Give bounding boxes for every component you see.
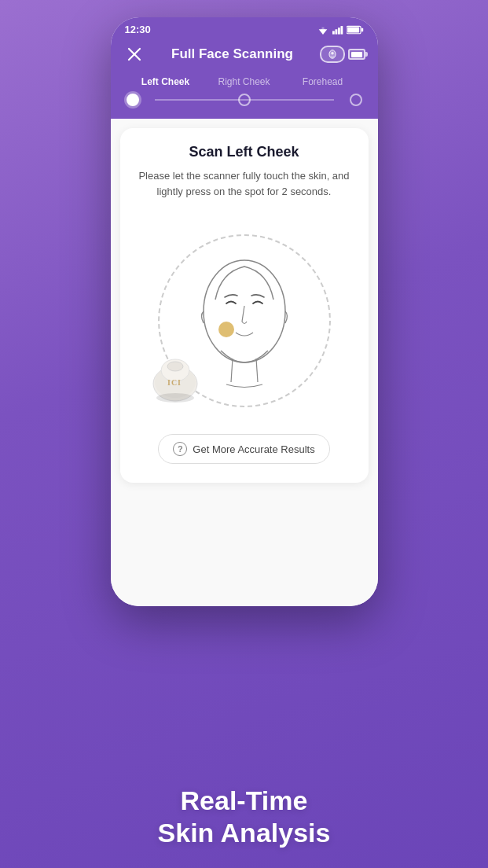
accurate-results-label: Get More Accurate Results bbox=[193, 443, 314, 455]
scan-title: Scan Left Cheek bbox=[134, 144, 354, 160]
phone-frame: 12:30 bbox=[111, 17, 378, 606]
step-dot-3 bbox=[350, 94, 362, 106]
tab-labels: Left Cheek Right Cheek Forehead bbox=[127, 76, 362, 87]
svg-rect-3 bbox=[332, 31, 335, 34]
bluetooth-device-icon bbox=[320, 46, 345, 63]
svg-point-15 bbox=[218, 322, 234, 337]
wifi-icon bbox=[317, 25, 329, 35]
scan-description: Please let the scanner fully touch the s… bbox=[134, 168, 354, 200]
status-icons bbox=[317, 25, 364, 35]
status-bar: 12:30 bbox=[111, 17, 378, 39]
scanner-device: ICI bbox=[145, 351, 202, 407]
svg-rect-5 bbox=[338, 28, 340, 34]
scanner-icon bbox=[327, 49, 338, 60]
header-title: Full Face Scanning bbox=[145, 46, 320, 62]
tab-label-forehead[interactable]: Forehead bbox=[284, 76, 362, 87]
svg-rect-8 bbox=[347, 27, 359, 32]
battery-icon bbox=[348, 49, 365, 60]
signal-icon bbox=[332, 25, 343, 35]
accurate-results-container: ? Get More Accurate Results bbox=[134, 434, 354, 469]
step-tabs: Left Cheek Right Cheek Forehead bbox=[111, 76, 378, 119]
main-content: Scan Left Cheek Please let the scanner f… bbox=[111, 119, 378, 606]
help-icon: ? bbox=[173, 442, 187, 456]
tab-progress bbox=[127, 94, 362, 106]
battery-status-icon bbox=[347, 25, 364, 35]
status-time: 12:30 bbox=[125, 24, 151, 35]
bottom-headline: Real-Time Skin Analysis bbox=[158, 785, 331, 849]
svg-rect-4 bbox=[335, 29, 337, 34]
face-illustration: ICI bbox=[134, 211, 354, 431]
svg-text:ICI: ICI bbox=[167, 378, 182, 387]
accurate-results-button[interactable]: ? Get More Accurate Results bbox=[158, 434, 329, 464]
scan-card: Scan Left Cheek Please let the scanner f… bbox=[120, 128, 369, 483]
svg-point-20 bbox=[167, 362, 183, 371]
device-icons bbox=[320, 46, 365, 63]
svg-point-14 bbox=[204, 260, 285, 362]
app-header: Full Face Scanning bbox=[111, 39, 378, 76]
step-dot-1 bbox=[127, 94, 139, 106]
tab-label-left-cheek[interactable]: Left Cheek bbox=[127, 76, 205, 87]
battery-fill bbox=[351, 52, 362, 57]
svg-rect-6 bbox=[340, 26, 343, 35]
svg-point-21 bbox=[156, 393, 194, 403]
step-dot-2 bbox=[238, 94, 251, 106]
tab-label-right-cheek[interactable]: Right Cheek bbox=[205, 76, 284, 87]
svg-rect-9 bbox=[361, 28, 362, 31]
close-icon bbox=[127, 47, 141, 61]
bottom-text: Real-Time Skin Analysis bbox=[142, 760, 347, 868]
close-button[interactable] bbox=[123, 43, 145, 65]
svg-point-13 bbox=[331, 52, 334, 55]
